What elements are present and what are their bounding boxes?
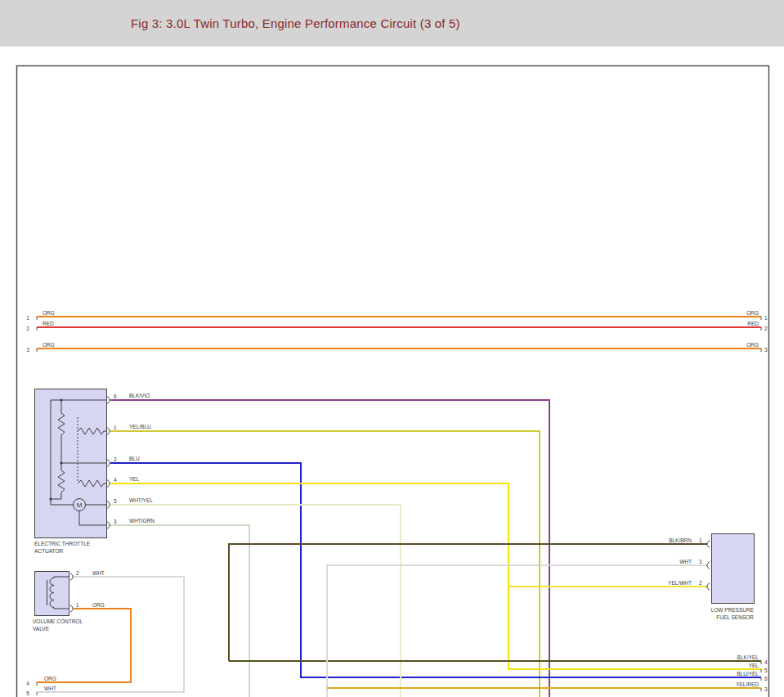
throttle-pin-number: 4 (114, 477, 117, 483)
bottom-right-pin: 3 (764, 686, 768, 692)
wire-label-yel-blu: YEL/BLU (129, 424, 151, 429)
throttle-pin-number: 5 (114, 498, 117, 504)
bus-right-label: ORG (746, 342, 759, 348)
wire-label-vcv-org: ORG (92, 602, 105, 608)
sensor-connector-brackets (707, 541, 710, 591)
wire-label-blk-yel: BLK/YEL (737, 654, 759, 660)
fuel-sensor-name-line1: LOW PRESSURE (711, 607, 755, 613)
bus-left-pin: 3 (26, 347, 29, 353)
valve-pin-number: 2 (76, 570, 79, 576)
wire-label-bottom-wht: WHT (44, 686, 56, 691)
wires (37, 317, 761, 697)
bus-left-label: ORG (43, 342, 55, 348)
throttle-pin-number: 1 (114, 425, 117, 430)
wire-wht-yel (110, 505, 401, 697)
bus-left-label: ORG (43, 310, 55, 316)
bottom-left-pin: 5 (26, 690, 29, 696)
wire-blk-vio (110, 400, 550, 697)
sensor-pin-number: 1 (699, 537, 702, 543)
bus-left-label: RED (43, 321, 54, 326)
bus-right-label: ORG (746, 310, 759, 316)
bus-right-pin: 2 (764, 326, 768, 331)
volume-control-valve-name-line2: VALVE (33, 626, 50, 632)
throttle-pin-number: 6 (114, 393, 117, 399)
bus-right-pin: 3 (764, 347, 768, 353)
wire-label-blu: BLU (129, 456, 140, 461)
wire-label-bottom-yel: YEL (749, 663, 759, 668)
wire-end-ticks (37, 317, 761, 695)
wire-label-bottom-org: ORG (44, 676, 56, 681)
wire-label-vcv-wht: WHT (92, 570, 105, 576)
bus-right-label: RED (747, 321, 759, 326)
throttle-actuator-name-line1: ELECTRIC THROTTLE (34, 541, 91, 546)
wire-label-wht-grn: WHT/GRN (129, 518, 155, 524)
bus-left-pin: 1 (26, 315, 29, 321)
wire-label-yel: YEL (129, 476, 140, 482)
throttle-pin-number: 3 (114, 519, 117, 524)
wire-yel (110, 483, 762, 669)
low-pressure-fuel-sensor: BLK/BRN WHT YEL/WHT 1 3 2 LOW PRESSURE F… (668, 534, 755, 621)
bus-left-pin: 2 (26, 326, 29, 331)
wire-label-blk-brn: BLK/BRN (669, 537, 692, 543)
bus-right-pin: 1 (764, 315, 768, 321)
throttle-pin-number: 2 (114, 456, 117, 462)
valve-connector-brackets (70, 573, 73, 613)
throttle-connector-brackets (107, 397, 110, 529)
volume-control-valve-name-line1: VOLUME CONTROL (33, 618, 83, 624)
wire-yel-blu (110, 431, 540, 697)
wire-label-wht-yel: WHT/YEL (129, 497, 153, 503)
fuel-sensor-box (712, 534, 755, 604)
motor-label: M (77, 501, 83, 509)
wire-label-yel-red: YEL/RED (736, 681, 759, 687)
fuel-sensor-name-line2: FUEL SENSOR (716, 614, 754, 620)
circuit-diagram: M 6 1 2 4 5 3 BLK/VIO YEL/BLU BLU YEL WH… (0, 0, 784, 697)
wire-label-blu-yel: BLU/YEL (737, 671, 759, 677)
volume-control-valve: 2 1 WHT ORG VOLUME CONTROL VALVE (33, 570, 105, 632)
electric-throttle-actuator: M 6 1 2 4 5 3 BLK/VIO YEL/BLU BLU YEL WH… (34, 389, 155, 555)
wire-blu (110, 463, 762, 677)
bottom-right-pin: 6 (764, 676, 768, 681)
bottom-right-pin: 5 (764, 668, 768, 673)
throttle-actuator-name-line2: ACTUATOR (34, 548, 63, 554)
wire-label-blk-vio: BLK/VIO (129, 393, 150, 398)
bottom-right-wire-labels: BLK/YEL 4 YEL 5 BLU/YEL 6 YEL/RED 3 (736, 654, 768, 692)
diagram-frame (17, 66, 769, 697)
wire-label-sensor-wht: WHT (679, 559, 692, 564)
sensor-pin-number: 3 (699, 559, 702, 564)
bottom-left-pin: 4 (26, 681, 29, 686)
sensor-pin-number: 2 (699, 580, 702, 586)
wire-label-yel-wht: YEL/WHT (668, 580, 692, 586)
valve-pin-number: 1 (76, 602, 79, 608)
bottom-right-pin: 4 (764, 659, 768, 665)
